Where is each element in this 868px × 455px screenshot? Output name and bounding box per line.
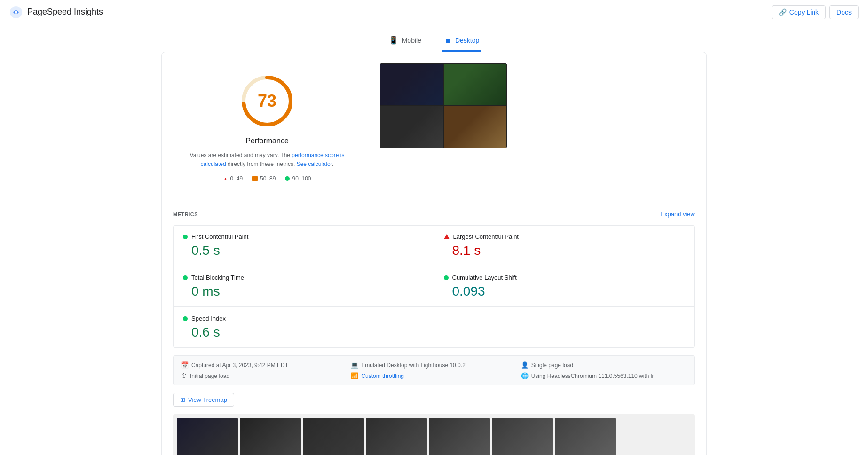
- metric-tbt-value: 0 ms: [183, 284, 424, 299]
- metadata-grid: 📅 Captured at Apr 3, 2023, 9:42 PM EDT 💻…: [173, 355, 695, 385]
- metric-si-value: 0.6 s: [183, 325, 424, 340]
- pagespeed-logo: [9, 6, 23, 19]
- timer-icon: ⏱: [181, 372, 187, 379]
- expand-view-button[interactable]: Expand view: [660, 211, 695, 218]
- metrics-title: METRICS: [173, 212, 198, 217]
- page-screenshot: [380, 63, 507, 148]
- view-treemap-button[interactable]: ⊞ View Treemap: [173, 393, 234, 407]
- filmstrip-frame-2: [240, 418, 301, 455]
- header-right: 🔗 Copy Link Docs: [772, 5, 859, 19]
- gauge-wrapper: 73: [239, 73, 295, 129]
- filmstrip-frame-5: [429, 418, 490, 455]
- metric-empty: [434, 307, 695, 347]
- docs-button[interactable]: Docs: [829, 5, 859, 19]
- screenshot-section: [380, 63, 695, 148]
- mobile-icon: 📱: [389, 36, 398, 45]
- metric-lcp: Largest Contentful Paint 8.1 s: [434, 226, 695, 266]
- section-divider-1: [173, 203, 695, 203]
- meta-chromium: 🌐 Using HeadlessChromium 111.0.5563.110 …: [521, 372, 687, 379]
- score-legend: ▲ 0–49 50–89 90–100: [182, 175, 352, 182]
- content-card: 73 Performance Values are estimated and …: [161, 52, 707, 455]
- score-section: 73 Performance Values are estimated and …: [173, 63, 361, 191]
- tab-desktop[interactable]: 🖥 Desktop: [442, 32, 481, 52]
- header: PageSpeed Insights 🔗 Copy Link Docs: [0, 0, 868, 24]
- si-status-icon: [183, 316, 188, 321]
- meta-single-page: 👤 Single page load: [521, 361, 687, 369]
- signal-icon: 📶: [351, 372, 358, 379]
- tab-mobile[interactable]: 📱 Mobile: [387, 32, 423, 52]
- metric-cls: Cumulative Layout Shift 0.093: [434, 267, 695, 307]
- metric-si: Speed Index 0.6 s: [174, 307, 434, 347]
- filmstrip-frame-3: [303, 418, 364, 455]
- meta-captured: 📅 Captured at Apr 3, 2023, 9:42 PM EDT: [181, 361, 347, 369]
- lcp-status-icon: [444, 234, 450, 239]
- user-icon: 👤: [521, 361, 529, 369]
- tabs-container: 📱 Mobile 🖥 Desktop: [0, 24, 868, 52]
- fcp-status-icon: [183, 235, 188, 239]
- filmstrip-frame-6: [492, 418, 553, 455]
- score-label: Performance: [182, 137, 352, 145]
- metrics-header: METRICS Expand view: [173, 211, 695, 218]
- legend-good: 90–100: [285, 175, 311, 182]
- metric-cls-name: Cumulative Layout Shift: [444, 274, 686, 281]
- screenshot-cell-1: [380, 63, 443, 106]
- metrics-grid: First Contentful Paint 0.5 s Largest Con…: [173, 225, 695, 348]
- metric-lcp-value: 8.1 s: [444, 243, 686, 258]
- meta-initial-load: ⏱ Initial page load: [181, 372, 347, 379]
- screenshot-cell-3: [380, 106, 443, 148]
- filmstrip: [173, 414, 695, 455]
- filmstrip-frame-4: [366, 418, 427, 455]
- metric-si-name: Speed Index: [183, 315, 424, 322]
- cls-status-icon: [444, 275, 449, 280]
- copy-link-button[interactable]: 🔗 Copy Link: [772, 5, 826, 19]
- tbt-status-icon: [183, 275, 188, 280]
- fail-icon: ▲: [223, 176, 228, 181]
- filmstrip-frame-1: [177, 418, 238, 455]
- main-content: 73 Performance Values are estimated and …: [0, 52, 868, 455]
- meta-emulated: 💻 Emulated Desktop with Lighthouse 10.0.…: [351, 361, 517, 369]
- header-left: PageSpeed Insights: [9, 6, 103, 19]
- legend-fail: ▲ 0–49: [223, 175, 243, 182]
- score-description: Values are estimated and may vary. The p…: [187, 151, 347, 169]
- calendar-icon: 📅: [181, 361, 189, 369]
- metric-fcp-value: 0.5 s: [183, 243, 424, 258]
- metric-cls-value: 0.093: [444, 284, 686, 299]
- metric-tbt-name: Total Blocking Time: [183, 274, 424, 281]
- metric-fcp-name: First Contentful Paint: [183, 233, 424, 240]
- link-icon: 🔗: [779, 8, 787, 16]
- metric-fcp: First Contentful Paint 0.5 s: [174, 226, 434, 266]
- svg-point-1: [15, 11, 17, 14]
- score-value: 73: [258, 91, 276, 111]
- screenshot-cell-2: [443, 63, 507, 106]
- screenshot-cell-4: [443, 106, 507, 148]
- legend-average: 50–89: [252, 175, 276, 182]
- app-title: PageSpeed Insights: [27, 7, 103, 17]
- metric-tbt: Total Blocking Time 0 ms: [174, 267, 434, 307]
- filmstrip-frame-7: [555, 418, 616, 455]
- treemap-icon: ⊞: [180, 396, 185, 403]
- throttling-link[interactable]: Custom throttling: [361, 373, 404, 379]
- meta-throttling: 📶 Custom throttling: [351, 372, 517, 379]
- good-icon: [285, 176, 290, 181]
- globe-icon: 🌐: [521, 372, 529, 379]
- monitor-icon: 💻: [351, 361, 358, 369]
- calculator-link: See calculator: [297, 161, 332, 167]
- score-row: 73 Performance Values are estimated and …: [173, 63, 695, 191]
- desktop-icon: 🖥: [444, 36, 451, 45]
- metric-lcp-name: Largest Contentful Paint: [444, 233, 686, 240]
- average-icon: [252, 176, 258, 181]
